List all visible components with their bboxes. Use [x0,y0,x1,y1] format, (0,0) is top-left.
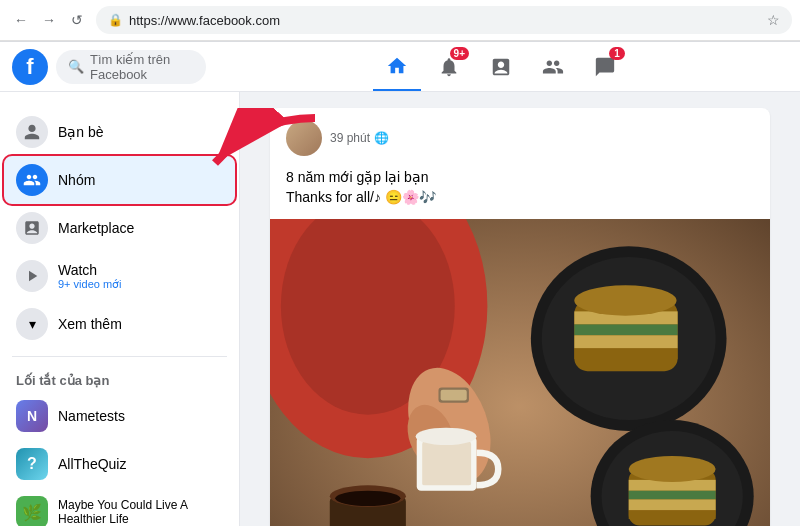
marketplace-icon [16,212,48,244]
fb-search-bar[interactable]: 🔍 Tìm kiếm trên Facebook [56,50,206,84]
search-placeholder-text: Tìm kiếm trên Facebook [90,52,194,82]
sidebar-item-watch[interactable]: Watch 9+ video mới [4,252,235,300]
marketplace-label: Marketplace [58,220,134,236]
notifications-badge: 9+ [450,47,469,60]
sidebar-item-allthequiz[interactable]: ? AllTheQuiz [4,440,235,488]
sidebar-item-nametests[interactable]: N Nametests [4,392,235,440]
search-icon: 🔍 [68,59,84,74]
svg-rect-22 [629,500,716,511]
lock-icon: 🔒 [108,13,123,27]
svg-point-16 [574,285,676,315]
allthequiz-icon: ? [16,448,48,480]
svg-rect-21 [629,491,716,500]
post-time: 39 phút 🌐 [330,131,754,145]
svg-rect-14 [574,335,677,348]
main-inner: 39 phút 🌐 8 năm mới gặp lại bạn Thanks f… [270,92,770,526]
avatar-image [286,120,322,156]
healthier-life-icon: 🌿 [16,496,48,526]
fb-logo: f [12,49,48,85]
back-button[interactable]: ← [8,7,34,33]
fb-body: f 🔍 Tìm kiếm trên Facebook 9+ [0,42,800,526]
svg-rect-13 [574,325,677,336]
avatar [286,120,322,156]
sidebar-item-nhom[interactable]: Nhóm [4,156,235,204]
see-more-button[interactable]: ▾ Xem thêm [4,300,235,348]
nav-marketplace-button[interactable] [477,43,525,91]
watch-icon [16,260,48,292]
svg-rect-15 [574,349,677,360]
chevron-down-icon: ▾ [16,308,48,340]
nhom-icon [16,164,48,196]
sidebar-item-ban-be[interactable]: Bạn bè [4,108,235,156]
svg-rect-7 [422,442,471,485]
watch-label: Watch [58,262,122,278]
browser-toolbar: ← → ↺ 🔒 https://www.facebook.com ☆ [0,0,800,41]
fb-header: f 🔍 Tìm kiếm trên Facebook 9+ [0,42,800,92]
shortcuts-title: Lối tắt của bạn [0,365,239,392]
bookmark-icon[interactable]: ☆ [767,12,780,28]
sidebar-content: Bạn bè Nhóm Marketplace [0,100,239,526]
healthier-life-label: Maybe You Could Live A Healthier Life [58,498,223,526]
svg-rect-30 [441,390,467,401]
fb-content-row: Bạn bè Nhóm Marketplace [0,92,800,526]
nametests-label: Nametests [58,408,125,424]
forward-button[interactable]: → [36,7,62,33]
sidebar-item-healthier-life[interactable]: 🌿 Maybe You Could Live A Healthier Life [4,488,235,526]
address-bar[interactable]: 🔒 https://www.facebook.com ☆ [96,6,792,34]
nav-messages-button[interactable]: 1 [581,43,629,91]
sidebar: Bạn bè Nhóm Marketplace [0,92,240,526]
fb-nav: 9+ 1 [214,43,788,91]
allthequiz-label: AllTheQuiz [58,456,126,472]
svg-point-28 [335,491,400,506]
sidebar-divider [12,356,227,357]
watch-text-group: Watch 9+ video mới [58,262,122,291]
url-text: https://www.facebook.com [129,13,761,28]
svg-point-8 [416,428,477,445]
main-content: 39 phút 🌐 8 năm mới gặp lại bạn Thanks f… [240,92,800,526]
watch-sublabel: 9+ video mới [58,278,122,291]
messages-badge: 1 [609,47,625,60]
nav-home-button[interactable] [373,43,421,91]
refresh-button[interactable]: ↺ [64,7,90,33]
svg-point-24 [629,456,716,482]
ban-be-label: Bạn bè [58,124,104,140]
sidebar-item-marketplace[interactable]: Marketplace [4,204,235,252]
nhom-label: Nhóm [58,172,95,188]
page-wrapper: ← → ↺ 🔒 https://www.facebook.com ☆ f 🔍 T… [0,0,800,526]
nametests-icon: N [16,400,48,432]
nav-notifications-button[interactable]: 9+ [425,43,473,91]
svg-rect-23 [629,510,716,519]
see-more-label: Xem thêm [58,316,122,332]
nav-groups-button[interactable] [529,43,577,91]
post-card: 39 phút 🌐 8 năm mới gặp lại bạn Thanks f… [270,108,770,526]
post-text: 8 năm mới gặp lại bạn Thanks for all/♪ 😑… [270,168,770,219]
browser-chrome: ← → ↺ 🔒 https://www.facebook.com ☆ [0,0,800,42]
post-image [270,219,770,526]
nav-buttons: ← → ↺ [8,7,90,33]
ban-be-icon [16,116,48,148]
post-meta: 39 phút 🌐 [330,131,754,145]
post-header: 39 phút 🌐 [270,108,770,168]
